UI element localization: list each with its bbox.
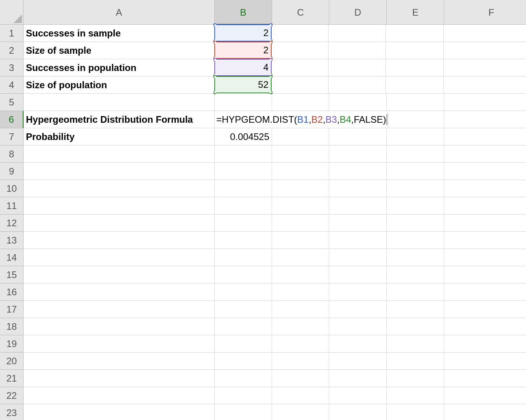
cell-F4[interactable]: [444, 76, 526, 94]
row-header-23[interactable]: 23: [0, 404, 24, 420]
cell-A16[interactable]: [24, 284, 215, 301]
cell-C4[interactable]: [271, 76, 329, 94]
cell-E18[interactable]: [387, 318, 444, 335]
cell-B13[interactable]: [215, 232, 272, 249]
cell-B21[interactable]: [215, 370, 272, 387]
cell-C15[interactable]: [272, 266, 329, 284]
cell-E22[interactable]: [387, 387, 444, 404]
cell-F3[interactable]: [444, 59, 526, 76]
cell-E5[interactable]: [387, 94, 444, 111]
cell-D15[interactable]: [329, 266, 387, 284]
cell-E4[interactable]: [386, 76, 444, 94]
cell-E20[interactable]: [387, 353, 444, 370]
cell-B7[interactable]: 0.004525: [215, 128, 272, 145]
cell-A4[interactable]: Size of population: [24, 76, 215, 94]
cell-A18[interactable]: [24, 318, 215, 335]
cell-A22[interactable]: [24, 387, 215, 404]
cell-D7[interactable]: [329, 128, 387, 145]
cell-A9[interactable]: [24, 163, 215, 180]
cell-F1[interactable]: [444, 25, 526, 42]
cell-C23[interactable]: [272, 404, 329, 420]
cell-D14[interactable]: [329, 249, 387, 266]
cell-D2[interactable]: [329, 42, 386, 59]
cell-C13[interactable]: [272, 232, 329, 249]
cell-C22[interactable]: [272, 387, 329, 404]
cell-F2[interactable]: [444, 42, 526, 59]
cell-D22[interactable]: [329, 387, 387, 404]
cell-F20[interactable]: [444, 353, 526, 370]
cell-F15[interactable]: [444, 266, 526, 284]
cell-D19[interactable]: [329, 335, 387, 353]
cell-C17[interactable]: [272, 301, 329, 318]
cell-D18[interactable]: [329, 318, 387, 335]
cell-C19[interactable]: [272, 335, 329, 353]
cell-B2[interactable]: 2: [214, 42, 272, 59]
cell-A23[interactable]: [24, 404, 215, 420]
cell-A15[interactable]: [24, 266, 215, 284]
cell-A6[interactable]: Hypergeometric Distribution Formula: [24, 111, 215, 128]
cell-D13[interactable]: [329, 232, 387, 249]
cell-E8[interactable]: [387, 145, 444, 163]
row-header-21[interactable]: 21: [0, 370, 24, 387]
row-header-19[interactable]: 19: [0, 335, 24, 353]
cell-F14[interactable]: [444, 249, 526, 266]
cell-B17[interactable]: [215, 301, 272, 318]
cell-F19[interactable]: [444, 335, 526, 353]
cell-E15[interactable]: [387, 266, 444, 284]
cell-E14[interactable]: [387, 249, 444, 266]
cell-F22[interactable]: [444, 387, 526, 404]
cell-B11[interactable]: [215, 197, 272, 215]
row-header-16[interactable]: 16: [0, 284, 24, 301]
cell-D9[interactable]: [329, 163, 387, 180]
cell-B20[interactable]: [215, 353, 272, 370]
col-header-C[interactable]: C: [272, 0, 329, 25]
cell-F21[interactable]: [444, 370, 526, 387]
cell-A19[interactable]: [24, 335, 215, 353]
cell-E3[interactable]: [386, 59, 444, 76]
cell-F9[interactable]: [444, 163, 526, 180]
cell-D3[interactable]: [329, 59, 386, 76]
cell-B22[interactable]: [215, 387, 272, 404]
cell-C3[interactable]: [271, 59, 329, 76]
cell-B12[interactable]: [215, 215, 272, 232]
cell-F6[interactable]: [444, 111, 526, 128]
row-header-10[interactable]: 10: [0, 180, 24, 197]
cell-D16[interactable]: [329, 284, 387, 301]
cell-A11[interactable]: [24, 197, 215, 215]
cell-C2[interactable]: [271, 42, 329, 59]
cell-B9[interactable]: [215, 163, 272, 180]
cell-B18[interactable]: [215, 318, 272, 335]
cell-D8[interactable]: [329, 145, 387, 163]
cell-C18[interactable]: [272, 318, 329, 335]
cell-E23[interactable]: [387, 404, 444, 420]
row-header-22[interactable]: 22: [0, 387, 24, 404]
cell-C1[interactable]: [271, 25, 329, 42]
row-header-15[interactable]: 15: [0, 266, 24, 284]
cell-D20[interactable]: [329, 353, 387, 370]
cell-E1[interactable]: [386, 25, 444, 42]
col-header-A[interactable]: A: [24, 0, 215, 25]
cell-A10[interactable]: [24, 180, 215, 197]
col-header-F[interactable]: F: [444, 0, 526, 25]
row-header-14[interactable]: 14: [0, 249, 24, 266]
cell-D4[interactable]: [329, 76, 386, 94]
cell-A8[interactable]: [24, 145, 215, 163]
cell-A12[interactable]: [24, 215, 215, 232]
row-header-20[interactable]: 20: [0, 353, 24, 370]
row-header-7[interactable]: 7: [0, 128, 24, 145]
cell-A21[interactable]: [24, 370, 215, 387]
cell-F5[interactable]: [444, 94, 526, 111]
cell-F23[interactable]: [444, 404, 526, 420]
cell-F11[interactable]: [444, 197, 526, 215]
cell-B3[interactable]: 4: [214, 59, 272, 76]
cell-F18[interactable]: [444, 318, 526, 335]
row-header-9[interactable]: 9: [0, 163, 24, 180]
cell-E19[interactable]: [387, 335, 444, 353]
cell-C21[interactable]: [272, 370, 329, 387]
cell-E17[interactable]: [387, 301, 444, 318]
cell-E9[interactable]: [387, 163, 444, 180]
row-header-17[interactable]: 17: [0, 301, 24, 318]
cell-D5[interactable]: [329, 94, 387, 111]
cell-D21[interactable]: [329, 370, 387, 387]
cell-F13[interactable]: [444, 232, 526, 249]
